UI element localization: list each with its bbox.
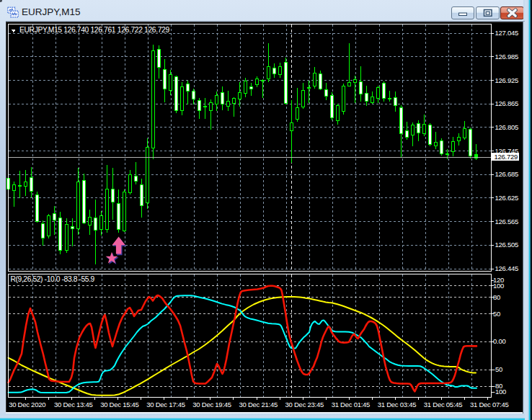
svg-text:30 Dec 17:45: 30 Dec 17:45	[146, 401, 185, 408]
svg-text:31 Dec 07:45: 31 Dec 07:45	[470, 401, 509, 408]
svg-text:-50: -50	[493, 365, 502, 373]
svg-text:126.865: 126.865	[495, 99, 519, 107]
svg-text:30 Dec 15:45: 30 Dec 15:45	[100, 401, 139, 408]
svg-text:126.625: 126.625	[495, 194, 519, 202]
svg-text:126.729: 126.729	[495, 153, 518, 161]
svg-text:126.445: 126.445	[495, 264, 519, 272]
svg-text:EURJPY,M15 126.740 126.761 126: EURJPY,M15 126.740 126.761 126.722 126.7…	[19, 26, 169, 34]
svg-text:100: 100	[493, 282, 504, 290]
svg-text:30 Dec 2020: 30 Dec 2020	[9, 401, 45, 408]
svg-text:31 Dec 05:45: 31 Dec 05:45	[424, 401, 463, 408]
svg-text:126.505: 126.505	[495, 241, 519, 249]
svg-text:80: 80	[493, 293, 500, 301]
svg-text:126.565: 126.565	[495, 218, 519, 225]
svg-text:30 Dec 21:45: 30 Dec 21:45	[239, 401, 278, 408]
svg-text:126.925: 126.925	[495, 76, 519, 84]
svg-text:31 Dec 03:45: 31 Dec 03:45	[378, 401, 417, 408]
svg-text:R(9,26,52) -10.0 -83.8 -55.9: R(9,26,52) -10.0 -83.8 -55.9	[11, 275, 95, 283]
svg-text:126.805: 126.805	[495, 123, 519, 131]
svg-text:126.685: 126.685	[495, 170, 519, 178]
svg-text:30 Dec 19:45: 30 Dec 19:45	[192, 401, 231, 408]
svg-text:50: 50	[493, 310, 500, 318]
svg-text:31 Dec 01:45: 31 Dec 01:45	[332, 401, 371, 408]
svg-text:0.00: 0.00	[493, 337, 506, 345]
svg-text:30 Dec 13:45: 30 Dec 13:45	[54, 401, 93, 408]
svg-text:127.045: 127.045	[495, 29, 519, 37]
svg-text:126.985: 126.985	[495, 53, 519, 61]
svg-text:30 Dec 23:45: 30 Dec 23:45	[285, 401, 324, 408]
svg-text:-100: -100	[493, 388, 506, 396]
